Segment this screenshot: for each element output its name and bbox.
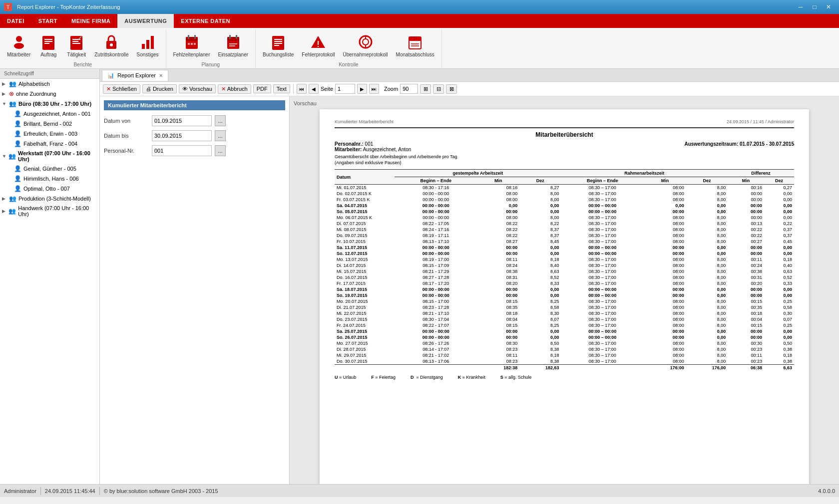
ribbon-btn-auftrag[interactable]: Auftrag (35, 31, 61, 60)
window-title: Report Explorer - TopKontor Zeiterfassun… (17, 4, 120, 10)
vorschau-button[interactable]: 👁 Vorschau (179, 84, 216, 93)
ribbon-btn-zutrittskontrolle[interactable]: Zutrittskontrolle (91, 31, 131, 60)
text-button[interactable]: Text (273, 84, 290, 93)
cell-g-beginn-ende: 00:00 - 00:00 (395, 209, 477, 215)
ribbon-btn-monatsabschluss[interactable]: Monatsabschluss (393, 31, 437, 60)
cell-d-min: 00:35 (728, 304, 764, 310)
person-icon: 👤 (14, 165, 21, 172)
cell-d-min: 00:31 (728, 274, 764, 280)
minimize-button[interactable]: ─ (794, 2, 807, 12)
drucken-button[interactable]: 🖨 Drucken (142, 84, 177, 93)
menu-datei[interactable]: DATEI (0, 14, 31, 28)
ribbon-btn-sonstiges[interactable]: Sonstiges (134, 31, 162, 60)
sidebar-item-brillant[interactable]: 👤 Brillant, Bernd - 002 (0, 119, 99, 129)
nav-first-button[interactable]: ⏮ (297, 84, 307, 94)
page-input[interactable] (335, 84, 355, 94)
ribbon-btn-buchungsliste[interactable]: Buchungsliste (260, 31, 297, 60)
personal-nr-picker[interactable]: … (215, 145, 226, 156)
cell-g-beginn-ende: 08:13 - 17:06 (395, 358, 477, 365)
svg-point-38 (363, 39, 369, 45)
sidebar-item-buero[interactable]: ▼ 👥 Büro (08:30 Uhr - 17:00 Uhr) (0, 99, 99, 109)
cell-r-beginn-ende: 00:00 – 00:00 (561, 334, 644, 340)
tab-report-explorer[interactable]: 📊 Report Explorer ✕ (102, 70, 168, 81)
cell-g-min: 00:00 (477, 209, 520, 215)
nav-next-button[interactable]: ▶ (357, 84, 367, 94)
cell-g-beginn-ende: 08:14 - 17:07 (395, 346, 477, 352)
sidebar-item-genial[interactable]: 👤 Genial, Günther - 005 (0, 164, 99, 174)
table-row: Mi. 15.07.2015 08:21 - 17:29 08:38 8,63 … (335, 268, 794, 274)
group-icon: 👥 (8, 153, 16, 160)
cell-g-dez: 0,00 (519, 334, 561, 340)
nav-last-button[interactable]: ⏭ (369, 84, 379, 94)
cell-d-dez: 0,40 (764, 262, 794, 268)
ribbon-btn-fehlzeitenplaner[interactable]: Fehlzeitenplaner (170, 31, 213, 60)
cell-r-dez: 8,00 (686, 191, 728, 197)
menu-start[interactable]: START (31, 14, 64, 28)
sidebar-item-himmlisch[interactable]: 👤 Himmlisch, Hans - 006 (0, 174, 99, 184)
zoom-input[interactable] (400, 84, 418, 94)
cell-g-dez: 8,50 (519, 340, 561, 346)
cell-g-min: 08:23 (477, 358, 520, 365)
personal-nr-input[interactable] (152, 145, 212, 156)
maximize-button[interactable]: □ (808, 2, 821, 12)
total-d-dez: 6,63 (764, 365, 794, 371)
cell-g-dez: 8,18 (519, 256, 561, 262)
cell-g-beginn-ende: 00:00 - 00:00 (395, 197, 477, 203)
svg-rect-21 (191, 43, 193, 45)
ribbon-btn-fehlerprotokoll[interactable]: Fehlerprotokoll (299, 31, 338, 60)
datum-bis-picker[interactable]: … (215, 130, 226, 141)
fehlerprotokoll-label: Fehlerprotokoll (302, 52, 335, 58)
svg-rect-30 (274, 39, 282, 40)
menu-meine-firma[interactable]: MEINE FIRMA (64, 14, 117, 28)
sidebar-item-optimal[interactable]: 👤 Optimal, Otto - 007 (0, 184, 99, 194)
report-zeitraum: Auswertungszeitraum: 01.07.2015 - 30.07.… (684, 141, 794, 152)
nav-prev-button[interactable]: ◀ (309, 84, 319, 94)
datum-bis-input[interactable] (152, 130, 212, 141)
cell-d-dez: 0,00 (764, 215, 794, 221)
table-row: Mo. 27.07.2015 08:26 - 17:26 08:30 8,50 … (335, 340, 794, 346)
view-btn-2[interactable]: ⊟ (433, 84, 444, 94)
sidebar-item-alphabetisch[interactable]: ▶ 👥 Alphabetisch (0, 79, 99, 89)
sidebar-item-produktion[interactable]: ▶ 👥 Produktion (3-Schicht-Modell) (0, 194, 99, 204)
window-controls[interactable]: ─ □ ✕ (794, 2, 835, 12)
svg-rect-4 (44, 41, 52, 42)
cell-r-min: 00:00 (644, 251, 686, 256)
sidebar-item-fabelhaft[interactable]: 👤 Fabelhaft, Franz - 004 (0, 139, 99, 149)
datum-bis-label: Datum bis (104, 133, 149, 139)
ribbon-btn-uebernahmeprotokoll[interactable]: Übernahmeprotokoll (340, 31, 391, 60)
schliessen-button[interactable]: ✕ Schließen (103, 84, 140, 94)
pdf-button[interactable]: PDF (253, 84, 271, 93)
cell-g-dez: 8,00 (519, 215, 561, 221)
cell-d-dez: 0,00 (764, 251, 794, 256)
sidebar-item-erfreulich[interactable]: 👤 Erfreulich, Erwin - 003 (0, 129, 99, 139)
svg-rect-32 (274, 43, 282, 44)
sidebar-item-werkstatt[interactable]: ▼ 👥 Werkstatt (07:00 Uhr - 16:00 Uhr) (0, 149, 99, 164)
mitarbeiter-value: Ausgezeichnet, Anton (363, 147, 412, 152)
menu-auswertung[interactable]: AUSWERTUNG (117, 14, 174, 28)
cell-d-dez: 0,00 (764, 334, 794, 340)
cell-d-dez: 0,33 (764, 280, 794, 286)
cell-r-beginn-ende: 08:30 – 17:00 (561, 352, 644, 358)
cell-g-dez: 8,52 (519, 274, 561, 280)
view-btn-3[interactable]: ⊠ (446, 84, 457, 94)
abbruch-button[interactable]: ✕ Abbruch (218, 84, 251, 94)
menu-externe-daten[interactable]: EXTERNE DATEN (174, 14, 237, 28)
datum-von-input[interactable] (152, 115, 212, 126)
ribbon-btn-taetigkeit[interactable]: Tätigkeit (63, 31, 89, 60)
view-btn-1[interactable]: ⊞ (420, 84, 431, 94)
sidebar-item-ohne-zuordnung[interactable]: ▶ ⊗ ohne Zuordnung (0, 89, 99, 99)
cell-d-dez: 0,22 (764, 221, 794, 227)
tab-close-btn[interactable]: ✕ (159, 73, 163, 78)
ribbon-btn-einsatzplaner[interactable]: Einsatzplaner (215, 31, 251, 60)
cell-d-min: 00:22 (728, 233, 764, 239)
cell-date: Mi. 08.07.2015 (335, 227, 395, 233)
cell-r-dez: 8,00 (686, 310, 728, 316)
ribbon-btn-mitarbeiter[interactable]: Mitarbeiter (4, 31, 33, 60)
sidebar-item-handwerk[interactable]: ▶ 👥 Handwerk (07:00 Uhr - 16:00 Uhr) (0, 204, 99, 219)
sidebar-item-ausgezeichnet[interactable]: 👤 Ausgezeichnet, Anton - 001 (0, 109, 99, 119)
datum-von-picker[interactable]: … (215, 115, 226, 126)
title-bar-left: T Report Explorer - TopKontor Zeiterfass… (4, 3, 120, 11)
cell-g-min: 08:22 (477, 233, 520, 239)
cell-g-beginn-ende: 08:24 - 17:16 (395, 227, 477, 233)
close-button[interactable]: ✕ (822, 2, 835, 12)
